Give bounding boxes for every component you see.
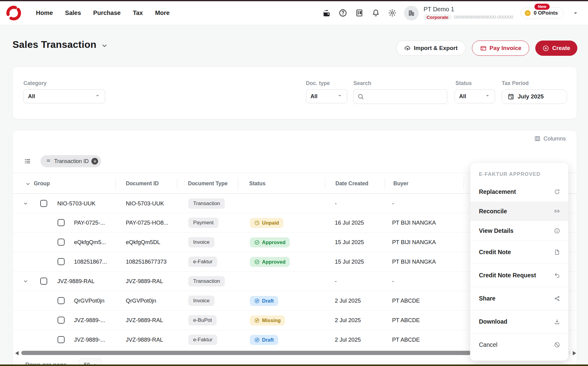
document-id-cell: PAY-0725-HO8... [126, 213, 168, 233]
billing-icon[interactable] [355, 9, 364, 18]
row-checkbox[interactable] [58, 258, 65, 265]
collapse-all-chevron-icon[interactable] [25, 181, 31, 188]
import-export-button[interactable]: Import & Export [396, 41, 466, 56]
group-by-icon[interactable] [24, 158, 31, 166]
company-avatar[interactable] [404, 6, 419, 20]
bell-icon[interactable] [371, 9, 380, 18]
row-checkbox[interactable] [58, 219, 65, 226]
group-id-cell: PAY-0725-... [74, 213, 105, 233]
row-checkbox[interactable] [58, 317, 65, 324]
chevron-down-icon[interactable] [23, 279, 28, 285]
status-cell: Approved [250, 233, 290, 252]
menu-item-credit-note[interactable]: Credit Note [470, 240, 568, 264]
buyer-cell: PT BIJI NANGKA [392, 233, 436, 252]
menu-item-label: Cancel [479, 341, 498, 348]
search-input[interactable] [353, 89, 447, 104]
doc-type-select[interactable]: All [306, 89, 347, 103]
filter-chip-transaction-id[interactable]: Transaction ID [41, 155, 101, 167]
row-checkbox[interactable] [40, 278, 47, 285]
row-checkbox[interactable] [58, 239, 65, 246]
card-icon [480, 45, 487, 52]
document-type-cell: Invoice [188, 233, 214, 252]
col-document-type[interactable]: Document Type [188, 180, 228, 187]
title-chevron-down-icon[interactable] [101, 42, 108, 49]
wallet-icon[interactable] [322, 9, 331, 18]
row-checkbox[interactable] [58, 336, 65, 343]
col-document-id[interactable]: Document ID [126, 180, 159, 187]
date-created-cell: 15 Jul 2025 [335, 233, 364, 252]
menu-item-credit-note-request[interactable]: Credit Note Request [470, 264, 568, 287]
category-select[interactable]: All [23, 89, 105, 103]
account-info[interactable]: PT Demo 1 Corporate 0898989898989000-000… [423, 6, 513, 20]
menu-item-label: Share [479, 295, 495, 302]
buyer-cell: - [392, 272, 394, 291]
scrollbar-thumb[interactable] [21, 351, 471, 355]
menu-item-download[interactable]: Download [470, 310, 568, 333]
calendar-icon [507, 93, 515, 100]
col-date-created[interactable]: Date Created [335, 180, 368, 187]
ban-icon [554, 342, 560, 348]
category-label: Category [23, 80, 47, 87]
status-badge: Draft [250, 296, 278, 306]
nav-sales[interactable]: Sales [65, 9, 81, 16]
pay-invoice-label: Pay Invoice [490, 45, 522, 52]
column-separator [115, 178, 116, 189]
col-status[interactable]: Status [249, 180, 265, 187]
opoints-pill[interactable]: New 0 OPoints [521, 7, 564, 19]
download-icon [554, 318, 560, 325]
status-icon [254, 318, 260, 323]
date-created-cell: - [335, 194, 337, 213]
search-label: Search [353, 80, 371, 87]
status-icon [254, 259, 260, 265]
document-type-cell: Invoice [188, 291, 214, 311]
status-label: Approved [262, 240, 285, 245]
brand-logo-icon[interactable] [5, 5, 22, 21]
menu-item-label: View Details [479, 227, 513, 234]
document-type-cell: Payment [188, 213, 218, 233]
account-chevron-down-icon[interactable] [571, 9, 580, 18]
close-icon[interactable] [91, 158, 98, 165]
menu-item-share[interactable]: Share [470, 287, 568, 310]
row-checkbox[interactable] [58, 297, 65, 304]
context-menu-header: E-FAKTUR APPROVED [470, 163, 568, 182]
help-icon[interactable] [338, 9, 347, 18]
create-button[interactable]: Create [535, 41, 577, 56]
status-badge: Draft [250, 335, 278, 345]
menu-item-reconcile[interactable]: Reconcile [470, 201, 568, 221]
menu-item-replacement[interactable]: Replacement [470, 182, 568, 201]
status-label: Status [455, 80, 472, 87]
nav-more[interactable]: More [155, 9, 170, 16]
nav-purchase[interactable]: Purchase [93, 9, 121, 16]
status-cell: Draft [250, 291, 278, 311]
scroll-right-icon[interactable] [573, 351, 576, 355]
status-select[interactable]: All [455, 89, 495, 103]
document-type-cell: e-Faktur [188, 330, 217, 350]
buyer-cell: PT ABCDE [392, 330, 420, 350]
columns-button[interactable]: Columns [534, 135, 566, 142]
gear-icon[interactable] [388, 9, 397, 18]
col-buyer[interactable]: Buyer [393, 180, 409, 187]
tax-period-picker[interactable]: July 2025 [501, 89, 567, 104]
status-cell: Missing [250, 311, 285, 330]
nav-home[interactable]: Home [36, 9, 53, 16]
menu-item-view-details[interactable]: View Details [470, 221, 568, 240]
menu-item-cancel[interactable]: Cancel [470, 333, 568, 356]
menu-item-label: Credit Note [479, 249, 511, 256]
status-badge: Approved [250, 237, 290, 247]
create-label: Create [552, 45, 570, 52]
scroll-left-icon[interactable] [15, 351, 19, 355]
col-group[interactable]: Group [34, 180, 50, 187]
buyer-cell: PT BIJI NANGKA [392, 252, 436, 272]
buyer-cell: PT ABCDE [392, 291, 420, 311]
document-type-cell: Transaction [188, 194, 225, 213]
status-label: Approved [262, 259, 285, 265]
account-number: 0898989898989000-000000 [454, 14, 513, 20]
page-title: Sales Transaction [12, 39, 97, 50]
nav-tax[interactable]: Tax [133, 9, 143, 16]
document-type-cell: e-Faktur [188, 252, 217, 272]
document-id-cell: 1082518677373 [126, 252, 167, 272]
pay-invoice-button[interactable]: Pay Invoice [472, 41, 529, 56]
row-checkbox[interactable] [40, 200, 47, 207]
chevron-down-icon[interactable] [23, 201, 28, 208]
tax-period-value: July 2025 [518, 93, 544, 100]
